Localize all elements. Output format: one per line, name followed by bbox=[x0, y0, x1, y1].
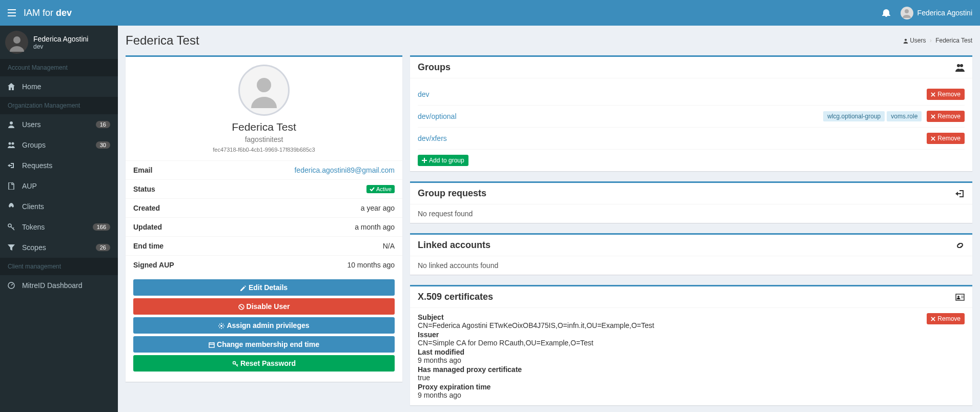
avatar-icon bbox=[901, 7, 913, 19]
user-icon bbox=[903, 38, 908, 44]
sidebar-item-requests[interactable]: Requests bbox=[0, 155, 118, 176]
endtime-label: End time bbox=[133, 242, 164, 250]
aup-value: 10 months ago bbox=[347, 261, 395, 269]
profile-row-endtime: End time N/A bbox=[126, 236, 402, 255]
sidebar-item-label: AUP bbox=[22, 182, 37, 190]
cert-modified-value: 9 months ago bbox=[418, 356, 965, 364]
app-brand[interactable]: IAM for dev bbox=[24, 8, 72, 18]
group-remove-button[interactable]: Remove bbox=[927, 133, 965, 144]
cert-modified-label: Last modified bbox=[418, 348, 965, 356]
scopes-count-badge: 26 bbox=[96, 244, 110, 251]
created-label: Created bbox=[133, 204, 160, 212]
sidebar-section-client: Client management bbox=[0, 258, 118, 275]
sidebar-item-users[interactable]: Users 16 bbox=[0, 114, 118, 135]
page-title: Federica Test bbox=[126, 33, 199, 48]
svg-point-4 bbox=[12, 142, 14, 145]
aup-label: Signed AUP bbox=[133, 261, 174, 269]
cert-subject-value: CN=Federica Agostini ETwKeOixOB4J75IS,O=… bbox=[418, 321, 965, 329]
status-badge: Active bbox=[366, 185, 395, 193]
filter-icon bbox=[8, 244, 18, 251]
group-requests-box: Group requests No request found bbox=[410, 181, 972, 223]
users-count-badge: 16 bbox=[96, 121, 110, 128]
svg-point-2 bbox=[10, 121, 13, 125]
sidebar-item-label: MitreID Dashboard bbox=[22, 281, 83, 290]
sidebar-item-clients[interactable]: Clients bbox=[0, 196, 118, 217]
cert-issuer-value: CN=Simple CA for Demo RCauth,OU=Example,… bbox=[418, 339, 965, 347]
svg-point-3 bbox=[9, 142, 11, 145]
sidebar-item-label: Clients bbox=[22, 202, 44, 211]
group-requests-empty: No request found bbox=[418, 210, 473, 218]
groups-box: Groups devRemovedev/optionalwlcg.optiona… bbox=[410, 55, 972, 171]
group-link[interactable]: dev bbox=[418, 90, 430, 98]
svg-point-8 bbox=[257, 78, 271, 92]
reset-password-button[interactable]: Reset Password bbox=[133, 355, 395, 372]
certificates-title: X.509 certificates bbox=[418, 292, 493, 302]
group-remove-button[interactable]: Remove bbox=[927, 89, 965, 100]
svg-point-10 bbox=[220, 325, 222, 327]
sidebar-item-mitreid[interactable]: MitreID Dashboard bbox=[0, 275, 118, 296]
group-remove-button[interactable]: Remove bbox=[927, 111, 965, 122]
avatar-icon bbox=[5, 31, 28, 54]
sidebar-user-panel: Federica Agostini dev bbox=[0, 26, 118, 59]
profile-avatar bbox=[238, 65, 290, 116]
svg-rect-11 bbox=[209, 343, 214, 347]
svg-point-0 bbox=[905, 9, 909, 13]
sidebar-item-label: Requests bbox=[22, 161, 52, 170]
change-endtime-button[interactable]: Change membership end time bbox=[133, 336, 395, 353]
profile-row-created: Created a year ago bbox=[126, 198, 402, 217]
group-label-tag: wlcg.optional-group bbox=[823, 111, 885, 121]
group-icon bbox=[8, 141, 18, 149]
assign-admin-button[interactable]: Assign admin privileges bbox=[133, 317, 395, 334]
bell-icon[interactable] bbox=[882, 9, 890, 17]
svg-point-12 bbox=[233, 362, 235, 364]
sidebar-section-org: Organization Management bbox=[0, 97, 118, 114]
sidebar-item-home[interactable]: Home bbox=[0, 76, 118, 97]
user-icon bbox=[8, 121, 18, 128]
topbar-user-name: Federica Agostini bbox=[917, 9, 972, 17]
cert-issuer-label: Issuer bbox=[418, 331, 965, 339]
group-link[interactable]: dev/optional bbox=[418, 112, 457, 120]
sidebar-item-tokens[interactable]: Tokens 166 bbox=[0, 217, 118, 237]
main-content: Federica Test Users › Federica Test Fede… bbox=[118, 26, 980, 412]
endtime-value: N/A bbox=[383, 242, 395, 250]
topbar-user-menu[interactable]: Federica Agostini bbox=[901, 7, 972, 19]
group-row: devRemove bbox=[418, 84, 965, 106]
sidebar-item-scopes[interactable]: Scopes 26 bbox=[0, 237, 118, 258]
hamburger-icon[interactable] bbox=[8, 9, 16, 16]
email-value[interactable]: federica.agostini89@gmail.com bbox=[294, 166, 395, 174]
cert-remove-button[interactable]: Remove bbox=[927, 313, 965, 324]
file-icon bbox=[8, 182, 18, 190]
cert-proxy-exp-label: Proxy expiration time bbox=[418, 383, 965, 391]
profile-box: Federica Test fagostinitest fec47318-f6b… bbox=[126, 55, 402, 382]
breadcrumb-users[interactable]: Users bbox=[910, 37, 926, 44]
sidebar-item-label: Scopes bbox=[22, 243, 46, 252]
sidebar-item-aup[interactable]: AUP bbox=[0, 176, 118, 196]
status-label: Status bbox=[133, 185, 155, 193]
updated-value: a month ago bbox=[355, 223, 395, 231]
group-icon bbox=[955, 63, 965, 72]
dashboard-icon bbox=[8, 282, 18, 289]
profile-name: Federica Test bbox=[133, 121, 395, 133]
breadcrumb: Users › Federica Test bbox=[903, 37, 972, 44]
linked-accounts-empty: No linked accounts found bbox=[418, 261, 498, 270]
group-link[interactable]: dev/xfers bbox=[418, 134, 447, 142]
email-label: Email bbox=[133, 166, 152, 174]
sidebar-item-label: Groups bbox=[22, 141, 46, 149]
profile-username: fagostinitest bbox=[133, 135, 395, 143]
groups-count-badge: 30 bbox=[96, 141, 110, 149]
group-row: dev/xfersRemove bbox=[418, 128, 965, 150]
edit-details-button[interactable]: Edit Details bbox=[133, 279, 395, 296]
svg-point-16 bbox=[957, 296, 959, 298]
signin-icon bbox=[8, 162, 18, 169]
signin-icon bbox=[955, 189, 965, 198]
add-to-group-button[interactable]: Add to group bbox=[418, 155, 468, 166]
sidebar-user-org: dev bbox=[33, 43, 88, 50]
disable-user-button[interactable]: Disable User bbox=[133, 298, 395, 315]
key-icon bbox=[8, 223, 18, 231]
home-icon bbox=[8, 83, 18, 90]
status-value: Active bbox=[376, 186, 392, 192]
updated-label: Updated bbox=[133, 223, 162, 231]
sidebar-item-groups[interactable]: Groups 30 bbox=[0, 135, 118, 155]
linked-accounts-box: Linked accounts No linked accounts found bbox=[410, 233, 972, 275]
group-labels: wlcg.optional-groupvoms.role bbox=[821, 111, 922, 121]
